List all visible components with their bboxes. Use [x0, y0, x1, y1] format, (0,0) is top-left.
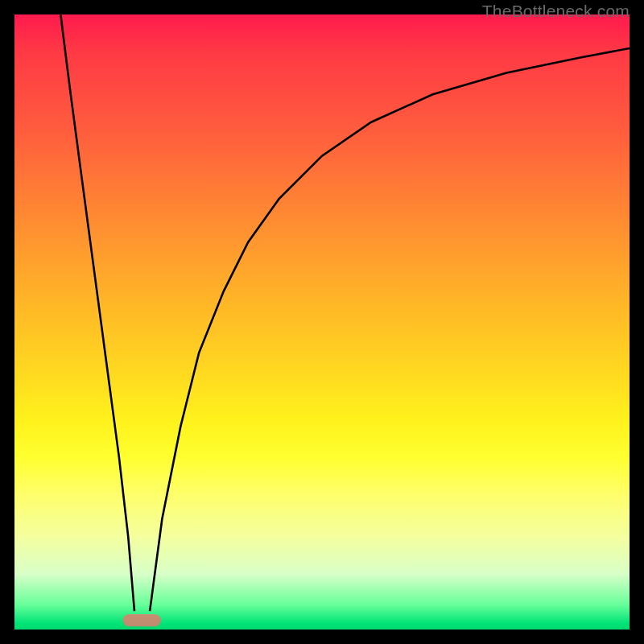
chart-frame: TheBottleneck.com — [0, 0, 644, 644]
curve-right-branch — [150, 48, 630, 611]
curve-left-branch — [60, 14, 134, 611]
min-marker — [123, 614, 161, 626]
curve-layer — [14, 14, 630, 630]
watermark-text: TheBottleneck.com — [482, 2, 630, 21]
plot-area — [14, 14, 630, 630]
